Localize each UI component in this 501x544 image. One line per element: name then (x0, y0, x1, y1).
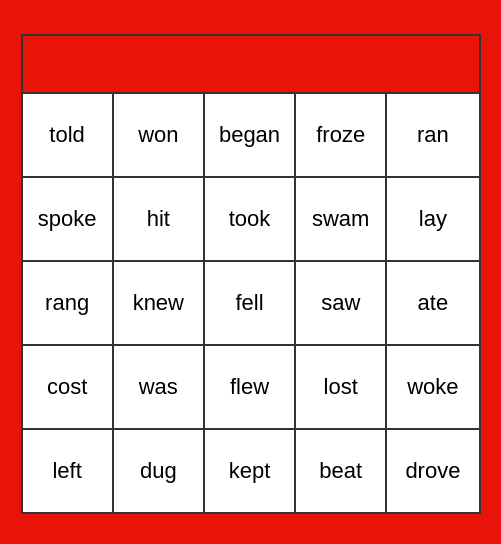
cell-3-1: was (114, 346, 205, 428)
bingo-card: BINGO toldwonbeganfrozeranspokehittooksw… (21, 34, 481, 514)
cell-3-4: woke (387, 346, 478, 428)
cell-0-2: began (205, 94, 296, 176)
cell-4-1: dug (114, 430, 205, 512)
header-letter-O: O (387, 36, 478, 92)
cell-0-4: ran (387, 94, 478, 176)
header-row: BINGO (23, 36, 479, 94)
cell-1-3: swam (296, 178, 387, 260)
cell-2-3: saw (296, 262, 387, 344)
cell-2-2: fell (205, 262, 296, 344)
cell-2-0: rang (23, 262, 114, 344)
cell-3-0: cost (23, 346, 114, 428)
cell-3-3: lost (296, 346, 387, 428)
cell-4-0: left (23, 430, 114, 512)
grid-row-1: spokehittookswamlay (23, 178, 479, 262)
cell-1-2: took (205, 178, 296, 260)
cell-1-1: hit (114, 178, 205, 260)
cell-2-1: knew (114, 262, 205, 344)
cell-3-2: flew (205, 346, 296, 428)
cell-1-4: lay (387, 178, 478, 260)
grid-row-3: costwasflewlostwoke (23, 346, 479, 430)
grid-body: toldwonbeganfrozeranspokehittookswamlayr… (23, 94, 479, 512)
header-letter-B: B (23, 36, 114, 92)
header-letter-N: N (205, 36, 296, 92)
cell-1-0: spoke (23, 178, 114, 260)
cell-4-2: kept (205, 430, 296, 512)
cell-0-1: won (114, 94, 205, 176)
cell-4-3: beat (296, 430, 387, 512)
header-letter-I: I (114, 36, 205, 92)
grid-row-0: toldwonbeganfrozeran (23, 94, 479, 178)
grid-row-4: leftdugkeptbeatdrove (23, 430, 479, 512)
cell-2-4: ate (387, 262, 478, 344)
cell-0-3: froze (296, 94, 387, 176)
header-letter-G: G (296, 36, 387, 92)
bingo-card-container: BINGO toldwonbeganfrozeranspokehittooksw… (21, 30, 481, 514)
cell-0-0: told (23, 94, 114, 176)
grid-row-2: rangknewfellsawate (23, 262, 479, 346)
cell-4-4: drove (387, 430, 478, 512)
